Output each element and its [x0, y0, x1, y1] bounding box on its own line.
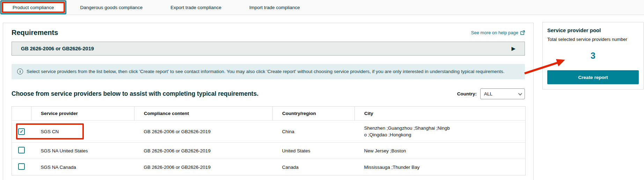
- help-link-label: See more on help page: [471, 30, 518, 35]
- section-heading-row: Choose from service providers below to a…: [12, 88, 525, 99]
- cell-service-provider: SGS NA United States: [31, 143, 134, 159]
- service-provider-pool-card: Service provider pool Total selected ser…: [542, 22, 644, 89]
- country-filter-label: Country:: [457, 91, 477, 96]
- requirement-accordion-label: GB 2626-2006 or GB2626-2019: [21, 46, 94, 51]
- cell-country-region: China: [273, 121, 355, 143]
- external-link-icon: [520, 30, 525, 35]
- table-row-sgs-na-canada: SGS NA Canada GB 2626-2006 or GB2626-201…: [12, 159, 526, 175]
- page-title: Requirements: [12, 29, 58, 37]
- header-city: City: [355, 107, 526, 121]
- header-service-provider: Service provider: [31, 107, 134, 121]
- service-provider-table: Service provider Compliance content Coun…: [12, 106, 526, 175]
- requirements-panel: Requirements See more on help page GB 26…: [3, 23, 534, 180]
- table-row-sgs-cn: ✓ SGS CN GB 2626-2006 or GB2626-2019 Chi…: [12, 121, 526, 143]
- country-select-value: ALL: [484, 91, 492, 96]
- help-page-link[interactable]: See more on help page: [471, 30, 525, 35]
- cell-city: Mississauga ;Thunder Bay: [355, 159, 526, 175]
- header-country-region: Country/region: [273, 107, 355, 121]
- header-checkbox-column: [12, 107, 31, 121]
- cell-city: New Jersey ;Boston: [355, 143, 526, 159]
- info-circle-icon: i: [17, 69, 23, 74]
- service-provider-pool-title: Service provider pool: [547, 27, 639, 33]
- cell-country-region: United States: [273, 143, 355, 159]
- cell-country-region: Canada: [273, 159, 355, 175]
- cell-compliance-content: GB 2626-2006 or GB2626-2019: [134, 121, 273, 143]
- table-header-row: Service provider Compliance content Coun…: [12, 107, 526, 121]
- country-filter: Country: ALL: [457, 88, 525, 99]
- selected-providers-caption: Total selected service providers number: [547, 37, 639, 42]
- cell-compliance-content: GB 2626-2006 or GB2626-2019: [134, 159, 273, 175]
- tab-export-trade-compliance[interactable]: Export trade compliance: [156, 0, 235, 15]
- row-checkbox-unchecked[interactable]: [18, 163, 25, 170]
- table-row-sgs-na-us: SGS NA United States GB 2626-2006 or GB2…: [12, 143, 526, 159]
- cell-service-provider: SGS NA Canada: [31, 159, 134, 175]
- tab-product-compliance[interactable]: Product compliance: [0, 0, 66, 14]
- row-checkbox-checked[interactable]: ✓: [18, 128, 25, 135]
- section-heading: Choose from service providers below to a…: [12, 90, 258, 98]
- cell-city: Shenzhen ;Guangzhou ;Shanghai ;Ningb o ;…: [355, 121, 526, 143]
- compliance-tab-bar: Product compliance Dangerous goods compl…: [0, 0, 644, 15]
- tab-import-trade-compliance[interactable]: Import trade compliance: [235, 0, 314, 15]
- tab-product-compliance-label: Product compliance: [1, 1, 65, 13]
- page-content: Requirements See more on help page GB 26…: [0, 15, 644, 180]
- info-banner-text: Select service providers from the list b…: [27, 68, 504, 75]
- panel-header: Requirements See more on help page: [12, 29, 525, 37]
- selected-providers-count: 3: [547, 51, 639, 61]
- chevron-down-icon: [518, 91, 522, 95]
- cell-service-provider: SGS CN: [31, 121, 134, 143]
- header-compliance-content: Compliance content: [134, 107, 273, 121]
- accordion-collapsed-triangle-icon: ▶: [511, 45, 515, 52]
- country-select[interactable]: ALL: [480, 88, 525, 99]
- row-checkbox-unchecked[interactable]: [18, 147, 25, 153]
- requirement-accordion[interactable]: GB 2626-2006 or GB2626-2019 ▶: [12, 42, 525, 56]
- info-banner: i Select service providers from the list…: [12, 64, 525, 79]
- tab-dangerous-goods-compliance[interactable]: Dangerous goods compliance: [66, 0, 157, 15]
- cell-compliance-content: GB 2626-2006 or GB2626-2019: [134, 143, 273, 159]
- create-report-button[interactable]: Create report: [547, 70, 639, 84]
